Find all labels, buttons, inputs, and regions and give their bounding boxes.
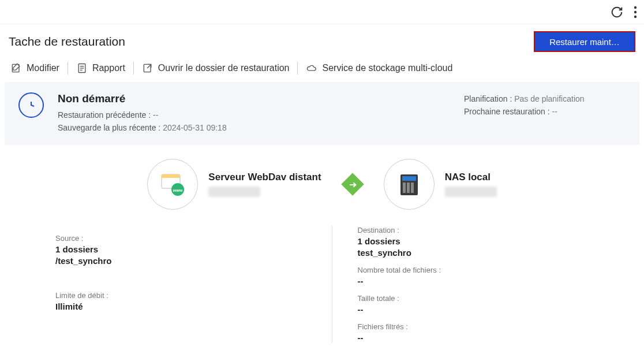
filtered-value: -- (358, 333, 589, 343)
report-button[interactable]: Rapport (70, 60, 131, 76)
svg-text:www: www (173, 188, 183, 192)
dest-node: NAS local (384, 159, 497, 210)
page-title: Tache de restauration (9, 35, 125, 49)
source-details: Source : 1 dossiers /test_synchro Limite… (10, 226, 332, 343)
divider (68, 62, 68, 75)
rate-label: Limite de débit : (55, 291, 287, 300)
status-state: Non démarré (58, 92, 227, 105)
source-title: Serveur WebDav distant (208, 172, 321, 183)
source-sub-blurred (208, 187, 260, 197)
schedule-label: Planification : (464, 94, 512, 103)
dest-title: NAS local (445, 172, 497, 183)
schedule-value: Pas de planification (514, 94, 584, 103)
modify-button[interactable]: Modifier (5, 60, 65, 76)
multicloud-button[interactable]: Service de stockage multi-cloud (300, 60, 458, 76)
size-label: Taille totale : (358, 294, 589, 303)
last-backup-label: Sauvegarde la plus récente : (58, 123, 160, 132)
cloud-icon (306, 62, 317, 74)
flow-diagram: www Serveur WebDav distant ➜ NAS local (0, 159, 644, 210)
multicloud-label: Service de stockage multi-cloud (322, 63, 452, 73)
source-label: Source : (55, 234, 287, 243)
refresh-icon[interactable] (611, 6, 623, 18)
svg-rect-16 (407, 183, 410, 193)
prev-restore-label: Restauration précédente : (58, 110, 151, 120)
edit-icon (10, 62, 22, 74)
files-value: -- (358, 276, 589, 286)
rate-value: Illimité (55, 302, 287, 311)
webdav-icon: www (147, 159, 198, 210)
clock-icon (18, 92, 44, 118)
kebab-menu-icon[interactable] (634, 6, 637, 18)
source-count: 1 dossiers (55, 244, 287, 254)
svg-rect-14 (402, 176, 416, 181)
dest-path: test_synchro (358, 248, 589, 258)
divider (297, 62, 298, 75)
dest-count: 1 dossiers (358, 236, 589, 246)
modify-label: Modifier (27, 63, 59, 73)
last-backup-value: 2024-05-31 09:18 (163, 123, 227, 132)
next-restore-value: -- (552, 107, 557, 116)
dest-label: Destination : (358, 226, 589, 235)
svg-rect-17 (411, 183, 414, 193)
report-label: Rapport (92, 63, 125, 73)
svg-point-1 (634, 10, 636, 13)
svg-rect-15 (403, 183, 406, 193)
dest-details: Destination : 1 dossiers test_synchro No… (332, 226, 634, 343)
filtered-label: Fichiers filtrés : (358, 322, 589, 331)
restore-now-button[interactable]: Restaurer maint… (534, 31, 635, 52)
status-panel: Non démarré Restauration précédente : --… (5, 82, 639, 145)
size-value: -- (358, 304, 589, 314)
svg-point-0 (634, 6, 636, 8)
open-external-icon (142, 62, 153, 74)
nas-icon (384, 159, 435, 210)
source-path: /test_synchro (55, 256, 287, 266)
open-folder-button[interactable]: Ouvrir le dossier de restauration (136, 60, 295, 76)
arrow-icon: ➜ (341, 173, 364, 196)
divider (133, 62, 134, 75)
files-label: Nombre total de fichiers : (358, 266, 589, 274)
report-icon (76, 62, 88, 74)
svg-rect-10 (162, 174, 180, 178)
open-folder-label: Ouvrir le dossier de restauration (158, 63, 290, 73)
source-node: www Serveur WebDav distant (147, 159, 321, 210)
prev-restore-value: -- (153, 110, 158, 120)
dest-sub-blurred (445, 187, 497, 197)
next-restore-label: Prochaine restauration : (464, 107, 550, 116)
svg-point-2 (634, 15, 636, 17)
